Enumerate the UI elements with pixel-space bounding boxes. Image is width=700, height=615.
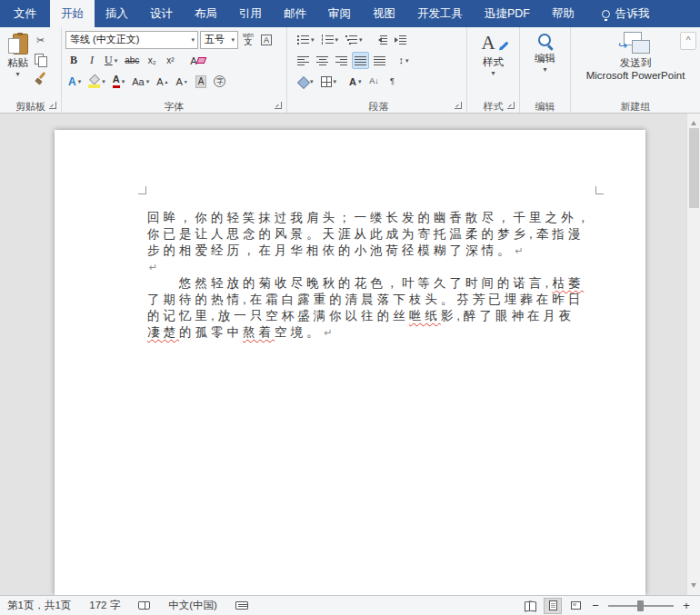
- collapse-ribbon-button[interactable]: ^: [680, 32, 696, 50]
- sort-icon: A↓: [369, 77, 379, 85]
- tab-insert[interactable]: 插入: [95, 0, 139, 27]
- paragraph-group-label: 段落: [369, 101, 389, 112]
- tab-references[interactable]: 引用: [228, 0, 273, 27]
- paragraph-group-content: ↕ A A↓ ¶: [295, 29, 463, 97]
- tab-layout[interactable]: 布局: [184, 0, 228, 27]
- tab-developer[interactable]: 开发工具: [406, 0, 474, 27]
- document-line[interactable]: ↵: [147, 259, 602, 275]
- format-painter-icon: [35, 73, 46, 85]
- bold-button[interactable]: B: [65, 52, 82, 69]
- character-shading-button[interactable]: A: [193, 73, 210, 90]
- zoom-in-button[interactable]: +: [680, 599, 693, 612]
- word-count[interactable]: 172 字: [89, 599, 120, 612]
- font-group-label: 字体: [165, 101, 185, 112]
- document-line[interactable]: 步的相爱经历，在月华相依的小池荷径模糊了深情。↵: [147, 243, 602, 259]
- copy-button[interactable]: [32, 51, 49, 68]
- format-painter-button[interactable]: [32, 70, 49, 87]
- justify-button[interactable]: [352, 52, 369, 69]
- highlight-color-button[interactable]: [85, 73, 108, 90]
- font-color-icon: A: [113, 74, 120, 88]
- align-right-button[interactable]: [333, 52, 350, 69]
- tab-home[interactable]: 开始: [50, 0, 95, 27]
- language-indicator[interactable]: 中文(中国): [168, 599, 217, 612]
- tell-me[interactable]: 告诉我: [593, 0, 659, 27]
- distribute-button[interactable]: [371, 52, 388, 69]
- align-left-button[interactable]: [295, 52, 312, 69]
- multilevel-list-button[interactable]: [343, 31, 365, 48]
- document-text[interactable]: 回眸，你的轻笑抹过我肩头；一缕长发的幽香散尽，千里之外，你已是让人思念的风景。天…: [147, 210, 602, 341]
- sort-button[interactable]: A↓: [366, 73, 383, 90]
- enclose-characters-button[interactable]: 字: [211, 73, 228, 90]
- document-line[interactable]: 了期待的热情,在霜白露重的清晨落下枝头。芬芳已埋葬在昨日: [147, 292, 602, 308]
- grow-font-button[interactable]: A: [154, 73, 171, 90]
- styles-dialog-launcher[interactable]: [507, 102, 515, 109]
- bullets-button[interactable]: [295, 31, 317, 48]
- paragraph-dialog-launcher[interactable]: [455, 102, 462, 109]
- vertical-scrollbar[interactable]: [686, 114, 700, 595]
- tab-review[interactable]: 审阅: [317, 0, 362, 27]
- tab-view[interactable]: 视图: [362, 0, 406, 27]
- cut-button[interactable]: ✂: [32, 32, 49, 49]
- pen-icon: [499, 42, 508, 51]
- font-dialog-launcher[interactable]: [275, 102, 282, 109]
- increase-indent-button[interactable]: [392, 31, 409, 48]
- shrink-font-button[interactable]: A: [173, 73, 190, 90]
- tab-pdf-plugin[interactable]: 迅捷PDF: [474, 0, 541, 27]
- tab-file[interactable]: 文件: [0, 0, 50, 27]
- page-indicator[interactable]: 第1页，共1页: [7, 599, 71, 612]
- zoom-slider[interactable]: [608, 600, 674, 612]
- decrease-indent-button[interactable]: [373, 31, 390, 48]
- numbering-button[interactable]: [319, 31, 342, 48]
- zoom-slider-thumb[interactable]: [637, 600, 644, 611]
- character-border-button[interactable]: A: [258, 31, 275, 48]
- clear-formatting-button[interactable]: A: [187, 52, 206, 69]
- font-size-select[interactable]: 五号: [200, 31, 238, 49]
- document-line[interactable]: 凄楚的孤零中熬着空境。↵: [147, 324, 602, 341]
- text-effects-button[interactable]: A: [65, 73, 84, 90]
- misspelled-text: 凄楚: [147, 325, 179, 339]
- scroll-down-icon[interactable]: [691, 583, 696, 590]
- print-layout-button[interactable]: [544, 598, 562, 614]
- tab-help[interactable]: 帮助: [541, 0, 585, 27]
- document-line[interactable]: 回眸，你的轻笑抹过我肩头；一缕长发的幽香散尽，千里之外，: [147, 210, 602, 226]
- shading-button[interactable]: [295, 73, 316, 90]
- scroll-up-icon[interactable]: [691, 118, 696, 125]
- paste-button[interactable]: 粘贴: [4, 29, 32, 97]
- show-formatting-marks-button[interactable]: ¶: [385, 73, 401, 90]
- decrease-indent-icon: [375, 35, 387, 45]
- web-layout-button[interactable]: [566, 598, 585, 614]
- borders-button[interactable]: [318, 73, 340, 90]
- align-center-button[interactable]: [314, 52, 331, 69]
- document-line[interactable]: 悠然轻放的菊收尽晚秋的花色，叶等久了时间的诺言,枯萎: [147, 275, 602, 292]
- strikethrough-button[interactable]: abc: [122, 52, 142, 69]
- tab-mailings[interactable]: 邮件: [273, 0, 317, 27]
- editing-button[interactable]: 编辑: [531, 29, 559, 97]
- encl osed-character-icon: 字: [214, 75, 225, 87]
- tab-design[interactable]: 设计: [139, 0, 184, 27]
- input-mode-indicator[interactable]: [235, 601, 248, 610]
- italic-button[interactable]: I: [84, 52, 100, 69]
- send-to-powerpoint-button[interactable]: ↪ 发送到 Microsoft PowerPoint: [583, 29, 689, 97]
- subscript-button[interactable]: x₂: [144, 52, 160, 69]
- line-spacing-icon: ↕: [398, 55, 404, 65]
- superscript-button[interactable]: x²: [162, 52, 178, 69]
- proofing-status[interactable]: [138, 601, 150, 610]
- editing-group-label: 编辑: [535, 101, 555, 112]
- font-color-button[interactable]: A: [110, 73, 127, 90]
- styles-button[interactable]: A 样式: [478, 29, 509, 97]
- document-line[interactable]: 的记忆里,放一只空杯盛满你以往的丝咝纸影,醉了眼神在月夜: [147, 308, 602, 324]
- asian-layout-button[interactable]: A: [346, 73, 364, 90]
- underline-button[interactable]: U: [102, 52, 120, 69]
- pinyin-guide-button[interactable]: wén 文: [240, 31, 256, 48]
- font-name-select[interactable]: 等线 (中文正文): [65, 31, 198, 49]
- text-run: 影,醉了眼神在月夜: [441, 309, 575, 322]
- scrollbar-thumb[interactable]: [689, 128, 699, 208]
- change-case-button[interactable]: Aa: [129, 73, 152, 90]
- line-spacing-button[interactable]: ↕: [395, 52, 412, 69]
- clipboard-group-content: 粘贴 ✂: [4, 29, 57, 97]
- document-line[interactable]: 你已是让人思念的风景。天涯从此成为寄托温柔的梦乡,牵指漫: [147, 226, 602, 243]
- clipboard-dialog-launcher[interactable]: [49, 102, 56, 109]
- document-page[interactable]: 回眸，你的轻笑抹过我肩头；一缕长发的幽香散尽，千里之外，你已是让人思念的风景。天…: [55, 130, 645, 595]
- read-mode-button[interactable]: [521, 598, 539, 614]
- zoom-out-button[interactable]: −: [589, 599, 602, 612]
